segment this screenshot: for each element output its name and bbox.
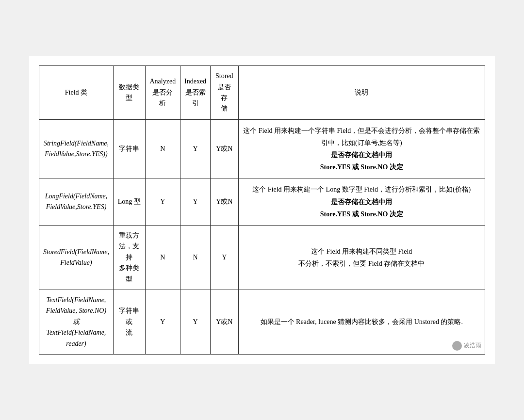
cell-analyzed: Y xyxy=(145,290,180,354)
header-stored: Stored是否存储 xyxy=(211,66,238,120)
table-row: StoredField(FieldName,FieldValue)重载方法，支持… xyxy=(39,225,485,290)
cell-type: Long 型 xyxy=(113,178,145,226)
cell-type: 字符串或流 xyxy=(113,290,145,354)
header-field: Field 类 xyxy=(39,66,114,120)
main-container: Field 类 数据类型 Analyzed是否分析 Indexed是否索引 St… xyxy=(29,56,495,364)
cell-indexed: Y xyxy=(180,119,211,178)
header-row: Field 类 数据类型 Analyzed是否分析 Indexed是否索引 St… xyxy=(39,66,485,120)
table-row: StringField(FieldName,FieldValue,Store.Y… xyxy=(39,119,485,178)
watermark-text: 凌浩雨 xyxy=(464,341,481,350)
field-table: Field 类 数据类型 Analyzed是否分析 Indexed是否索引 St… xyxy=(39,65,485,355)
cell-field: LongField(FieldName,FieldValue,Store.YES… xyxy=(39,178,114,226)
cell-stored: Y xyxy=(211,225,238,290)
cell-desc: 如果是一个 Reader, lucene 猜测内容比较多，会采用 Unstore… xyxy=(238,290,485,354)
cell-analyzed: N xyxy=(145,225,180,290)
header-desc: 说明 xyxy=(238,66,485,120)
header-analyzed: Analyzed是否分析 xyxy=(145,66,180,120)
cell-field: StringField(FieldName,FieldValue,Store.Y… xyxy=(39,119,114,178)
cell-stored: Y或N xyxy=(211,178,238,226)
cell-field: StoredField(FieldName,FieldValue) xyxy=(39,225,114,290)
cell-desc: 这个 Field 用来构建一个 Long 数字型 Field，进行分析和索引，比… xyxy=(238,178,485,226)
watermark: 凌浩雨 xyxy=(452,341,481,351)
cell-analyzed: Y xyxy=(145,178,180,226)
cell-type: 字符串 xyxy=(113,119,145,178)
cell-desc: 这个 Field 用来构建不同类型 Field不分析，不索引，但要 Field … xyxy=(238,225,485,290)
cell-indexed: Y xyxy=(180,178,211,226)
header-type: 数据类型 xyxy=(113,66,145,120)
watermark-icon xyxy=(452,341,462,351)
cell-indexed: N xyxy=(180,225,211,290)
table-row: TextField(FieldName,FieldValue, Store.NO… xyxy=(39,290,485,354)
table-row: LongField(FieldName,FieldValue,Store.YES… xyxy=(39,178,485,226)
cell-indexed: Y xyxy=(180,290,211,354)
cell-stored: Y或N xyxy=(211,119,238,178)
cell-desc: 这个 Field 用来构建一个字符串 Field，但是不会进行分析，会将整个串存… xyxy=(238,119,485,178)
cell-type: 重载方法，支持多种类型 xyxy=(113,225,145,290)
header-indexed: Indexed是否索引 xyxy=(180,66,211,120)
cell-field: TextField(FieldName,FieldValue, Store.NO… xyxy=(39,290,114,354)
cell-stored: Y或N xyxy=(211,290,238,354)
cell-analyzed: N xyxy=(145,119,180,178)
